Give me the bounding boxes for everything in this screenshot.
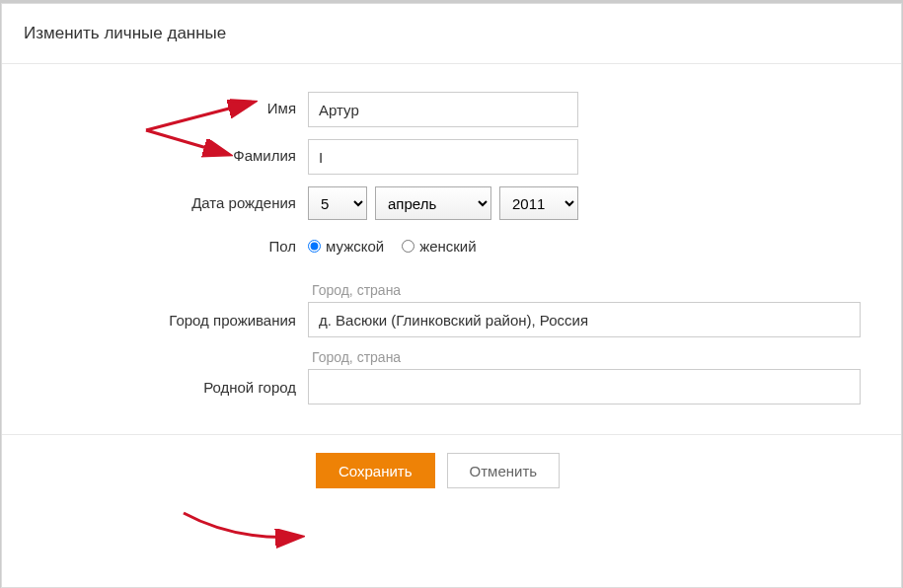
modal-title: Изменить личные данные	[24, 24, 226, 42]
row-dob: Дата рождения 5 апрель 2011	[2, 186, 901, 220]
label-gender: Пол	[2, 238, 308, 255]
radio-gender-male[interactable]	[308, 240, 321, 253]
row-surname: Фамилия	[2, 139, 901, 175]
label-city-home: Родной город	[2, 349, 308, 396]
input-city-current[interactable]	[308, 302, 861, 337]
cancel-button[interactable]: Отменить	[447, 453, 561, 488]
label-city-current: Город проживания	[2, 282, 308, 329]
row-name: Имя	[2, 92, 901, 127]
row-city-current: Город проживания Город, страна	[2, 282, 901, 337]
row-city-home: Родной город Город, страна	[2, 349, 901, 404]
select-dob-month[interactable]: апрель	[375, 186, 491, 220]
save-button[interactable]: Сохранить	[316, 453, 435, 488]
label-name: Имя	[2, 92, 308, 116]
hint-city-current: Город, страна	[308, 282, 901, 298]
input-surname[interactable]	[308, 139, 578, 175]
radio-gender-female-label[interactable]: женский	[402, 238, 476, 255]
select-dob-year[interactable]: 2011	[499, 186, 578, 220]
edit-personal-data-modal: Изменить личные данные Имя Фамилия Дата …	[1, 3, 902, 588]
radio-gender-male-label[interactable]: мужской	[308, 238, 384, 255]
select-dob-day[interactable]: 5	[308, 186, 367, 220]
modal-footer: Сохранить Отменить	[2, 435, 901, 506]
input-name[interactable]	[308, 92, 578, 127]
row-gender: Пол мужской женский	[2, 238, 901, 255]
modal-header: Изменить личные данные	[2, 4, 901, 64]
hint-city-home: Город, страна	[308, 349, 901, 365]
input-city-home[interactable]	[308, 369, 861, 404]
label-dob: Дата рождения	[2, 186, 308, 211]
label-surname: Фамилия	[2, 139, 308, 164]
radio-gender-female[interactable]	[402, 240, 414, 253]
modal-body: Имя Фамилия Дата рождения 5 апрель	[2, 64, 901, 435]
